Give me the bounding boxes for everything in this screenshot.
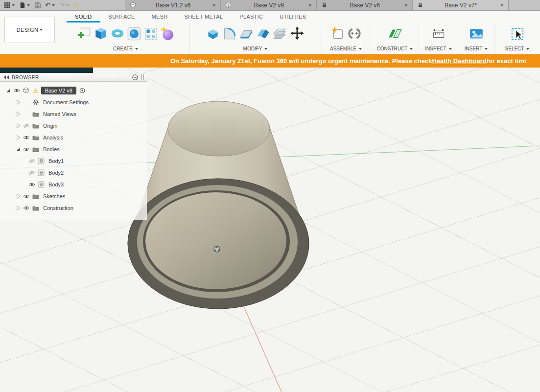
visibility-eye-icon[interactable] [13,88,23,93]
minimize-panel-icon[interactable] [132,74,139,81]
root-component-name[interactable]: Base V2 v8 [41,87,76,94]
expand-arrow-icon[interactable] [15,99,23,106]
visibility-eye-icon[interactable] [23,135,32,140]
app-menu-button[interactable] [4,2,15,8]
cylinder-interior[interactable] [145,192,286,289]
origin-marker[interactable] [214,246,220,252]
browser-item-construction[interactable]: Construction [0,202,147,214]
panel-shadow-strip [0,68,93,73]
visibility-eye-icon[interactable] [23,147,32,152]
expand-arrow-icon[interactable] [15,205,23,211]
create-sketch-icon[interactable] [76,26,92,42]
pattern-icon[interactable] [143,26,159,42]
browser-item-document-settings[interactable]: Document Settings [0,96,147,108]
move-copy-icon[interactable] [288,26,306,42]
new-component-icon[interactable] [330,26,346,42]
close-icon[interactable]: × [500,2,504,8]
fillet-icon[interactable] [222,26,237,42]
expand-arrow-icon[interactable] [15,193,23,200]
group-label-modify[interactable]: MODIFY [190,45,321,53]
press-pull-icon[interactable] [205,26,221,42]
expand-arrow-icon[interactable] [15,122,23,129]
tab-solid[interactable]: SOLID [67,11,100,23]
tab-mesh[interactable]: MESH [143,11,176,23]
model-cylinder[interactable] [128,101,309,309]
group-label-assemble[interactable]: ASSEMBLE [321,45,371,53]
visibility-eye-icon[interactable] [23,194,32,199]
expand-arrow-icon[interactable] [15,146,23,153]
cylinder-back-cap[interactable] [168,101,270,156]
group-label-construct[interactable]: CONSTRUCT [371,45,419,53]
close-icon[interactable]: × [404,2,408,8]
construction-plane-icon[interactable] [387,26,403,42]
browser-item-body2[interactable]: Body2 [0,167,147,179]
browser-item-body1[interactable]: Body1 [0,155,147,167]
browser-item-label: Analysis [43,135,63,140]
document-tab[interactable]: Base V2 v6 × [317,0,413,10]
torus-primitive-icon[interactable] [110,26,125,42]
browser-item-origin[interactable]: Origin [0,120,147,132]
shell-icon[interactable] [238,26,254,42]
document-tab[interactable]: Base V2 v9 × [221,0,317,10]
apps-grid-icon [4,2,10,8]
insert-image-icon[interactable] [469,26,484,42]
group-label-inspect[interactable]: INSPECT [419,45,458,53]
document-tab-label: Base V2 v9 [232,2,306,9]
document-tab[interactable]: Base V1.2 v6 × [125,0,221,10]
expand-arrow-icon[interactable] [15,111,23,117]
collapse-panel-icon[interactable] [3,75,9,80]
redo-button[interactable]: ↷ [59,2,69,8]
group-assemble: ASSEMBLE [321,23,371,54]
combine-icon[interactable] [255,26,271,42]
group-label-select[interactable]: SELECT [494,45,540,53]
browser-item-label: Document Settings [43,99,89,105]
workspace-selector[interactable]: DESIGN [4,17,55,43]
browser-item-body3[interactable]: Body3 [0,179,147,190]
tab-plastic[interactable]: PLASTIC [231,11,271,23]
lock-icon [417,2,423,8]
banner-text-suffix: for exact timi [487,57,526,65]
select-tool-icon[interactable] [510,26,525,42]
visibility-eye-off-icon[interactable] [28,159,38,163]
tab-surface[interactable]: SURFACE [100,11,143,23]
visibility-eye-icon[interactable] [23,206,32,210]
browser-panel-header[interactable]: BROWSER [0,73,147,82]
browser-root-row[interactable]: ⚠ Base V2 v8 [0,85,147,96]
document-tab-label: Base V2 v6 [328,2,402,9]
browser-item-named-views[interactable]: Named Views [0,108,147,120]
split-body-icon[interactable] [272,26,287,42]
create-form-icon[interactable] [160,26,175,42]
joint-icon[interactable] [347,26,362,42]
document-tab-active[interactable]: Base V2 v7* × [413,0,509,10]
browser-item-sketches[interactable]: Sketches [0,190,147,202]
browser-item-label: Named Views [43,111,76,117]
close-icon[interactable]: × [212,2,216,8]
close-icon[interactable]: × [308,2,312,8]
group-label-create[interactable]: CREATE [62,45,189,53]
body-icon [38,169,47,176]
save-button[interactable] [34,2,41,8]
folder-icon [32,205,42,211]
expand-arrow-icon[interactable] [5,87,13,94]
expand-arrow-icon[interactable] [15,134,23,141]
edit-in-place-target-icon[interactable] [79,87,86,94]
component-cube-icon [130,2,136,8]
browser-item-analysis[interactable]: Analysis [0,132,147,143]
box-primitive-icon[interactable] [93,26,109,42]
browser-panel: BROWSER ⚠ Base V2 v8 Document Settings N… [0,73,147,220]
chevron-down-icon [264,48,267,50]
tab-utilities[interactable]: UTILITIES [271,11,314,23]
panel-resize-grip[interactable] [141,74,144,80]
browser-item-bodies[interactable]: Bodies [0,143,147,155]
health-dashboard-link[interactable]: Health Dashboard [432,57,486,65]
undo-button[interactable]: ↶ [45,2,55,8]
measure-icon[interactable] [431,26,446,42]
file-menu-button[interactable] [19,2,30,8]
visibility-eye-icon[interactable] [28,182,38,187]
sphere-primitive-icon[interactable] [126,26,142,42]
group-label-insert[interactable]: INSERT [458,45,494,53]
visibility-eye-off-icon[interactable] [23,123,32,128]
visibility-eye-off-icon[interactable] [28,170,38,175]
tab-sheet-metal[interactable]: SHEET METAL [176,11,232,23]
notification-warning-button[interactable]: ⚠ [74,2,80,8]
